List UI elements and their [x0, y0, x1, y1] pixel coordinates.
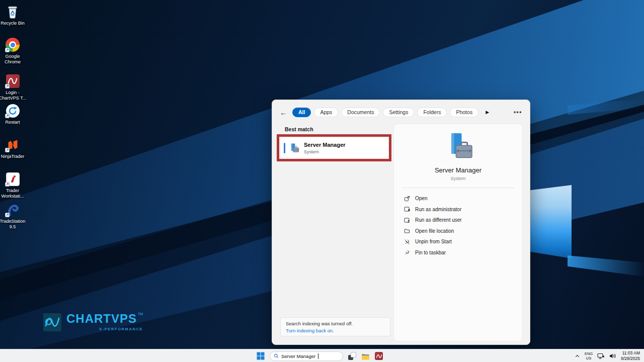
- desktop-icon-label: Google Chrome: [0, 54, 28, 65]
- tab-all[interactable]: All: [292, 108, 311, 117]
- tab-photos[interactable]: Photos: [450, 108, 478, 117]
- taskbar: Server Manager ENG US: [0, 349, 644, 362]
- restart-icon: [5, 103, 20, 118]
- action-unpin-from-start[interactable]: Unpin from Start: [394, 236, 522, 247]
- run-as-different-user-icon: [404, 217, 410, 223]
- desktop-icon-recycle-bin[interactable]: Recycle Bin: [0, 4, 28, 26]
- tab-folders[interactable]: Folders: [417, 108, 447, 117]
- action-pin-to-taskbar[interactable]: Pin to taskbar: [394, 247, 522, 258]
- language-indicator[interactable]: ENG US: [585, 351, 593, 360]
- desktop-icon-tradestation[interactable]: TradeStation 9.5: [0, 202, 28, 230]
- watermark-brand: CHARTVPS: [66, 313, 137, 325]
- tabs-overflow-icon[interactable]: ▶: [486, 110, 489, 115]
- watermark-tm: TM: [138, 312, 143, 316]
- shortcut-arrow-icon: [5, 114, 10, 118]
- preview-subtitle: System: [394, 176, 522, 181]
- desktop-icon-label: Recycle Bin: [0, 21, 28, 26]
- search-icon: [274, 353, 279, 358]
- result-subtitle: System: [304, 149, 346, 154]
- back-icon[interactable]: ←: [280, 109, 287, 116]
- run-as-administrator-icon: [404, 206, 410, 212]
- chartvps-taskbar-icon[interactable]: [375, 352, 383, 360]
- search-flyout-panel: ← All Apps Documents Settings Folders Ph…: [272, 100, 530, 345]
- clock-date: 8/28/2025: [621, 356, 640, 361]
- recycle-bin-icon: [5, 4, 20, 19]
- pin-to-taskbar-icon: [404, 249, 410, 255]
- indexing-notice-link[interactable]: Turn indexing back on.: [286, 328, 385, 333]
- desktop-icon-label: TradeStation 9.5: [0, 219, 28, 230]
- desktop-icon-trader-workstation[interactable]: Trader Workstati...: [0, 171, 28, 199]
- open-icon: [404, 196, 410, 202]
- wallpaper-window-pane-top: [530, 104, 572, 178]
- action-label: Unpin from Start: [415, 239, 452, 244]
- tab-settings[interactable]: Settings: [383, 108, 414, 117]
- shortcut-arrow-icon: [5, 213, 10, 217]
- text-cursor: [318, 353, 318, 359]
- taskbar-search-value: Server Manager: [281, 353, 315, 359]
- volume-icon[interactable]: [609, 353, 616, 359]
- tab-apps[interactable]: Apps: [314, 108, 338, 117]
- result-title: Server Manager: [304, 142, 346, 148]
- shortcut-arrow-icon: [5, 148, 10, 152]
- wallpaper-window-pane-bottom: [530, 185, 572, 258]
- server-manager-icon: [288, 143, 300, 154]
- watermark-tagline: X-PERFORMANCE: [66, 327, 143, 331]
- tray-chevron-up-icon[interactable]: [575, 353, 580, 358]
- shortcut-arrow-icon: [5, 84, 10, 88]
- result-preview-pane: Server Manager System Open Run as adm: [393, 124, 523, 341]
- action-open-file-location[interactable]: Open file location: [394, 226, 522, 237]
- divider: [402, 188, 514, 188]
- desktop-icon-label: Trader Workstati...: [0, 188, 28, 199]
- action-label: Run as administrator: [415, 207, 461, 212]
- chartvps-watermark: CHARTVPS TM X-PERFORMANCE: [43, 313, 143, 332]
- chartvps-logo-icon: [43, 313, 62, 332]
- action-label: Pin to taskbar: [415, 250, 446, 255]
- desktop-icon-restart[interactable]: Restart: [0, 103, 28, 125]
- best-match-heading: Best match: [285, 126, 313, 132]
- shortcut-arrow-icon: [5, 182, 10, 187]
- more-options-icon[interactable]: •••: [514, 109, 522, 116]
- action-open[interactable]: Open: [394, 193, 522, 204]
- chartvps-login-icon: [5, 73, 20, 88]
- desktop-icon-login-chartvps[interactable]: Login - ChartVPS T...: [0, 73, 28, 101]
- start-button-icon[interactable]: [257, 352, 265, 360]
- preview-title: Server Manager: [394, 166, 522, 174]
- ninjatrader-icon: [5, 137, 20, 152]
- search-filter-tabs: ← All Apps Documents Settings Folders Ph…: [280, 107, 522, 117]
- action-label: Open: [415, 196, 427, 201]
- server-manager-icon-large: [441, 133, 476, 161]
- desktop-icon-label: Login - ChartVPS T...: [0, 90, 28, 101]
- taskbar-search-box[interactable]: Server Manager: [270, 351, 343, 361]
- task-view-icon[interactable]: [348, 352, 356, 360]
- desktop-icon-label: NinjaTrader: [0, 154, 28, 159]
- preview-actions: Open Run as administrator Run as di: [394, 193, 522, 258]
- open-file-location-icon: [404, 228, 410, 234]
- search-result-server-manager[interactable]: Server Manager System: [281, 138, 388, 158]
- action-run-as-different-user[interactable]: Run as different user: [394, 215, 522, 226]
- trader-workstation-icon: [5, 171, 20, 187]
- action-run-as-administrator[interactable]: Run as administrator: [394, 204, 522, 215]
- tradestation-icon: [5, 202, 20, 217]
- tab-documents[interactable]: Documents: [341, 108, 380, 117]
- indexing-notice-text: Search indexing was turned off.: [286, 321, 385, 326]
- desktop-icon-label: Restart: [0, 120, 28, 125]
- action-label: Open file location: [415, 228, 454, 234]
- unpin-from-start-icon: [404, 239, 410, 245]
- action-label: Run as different user: [415, 217, 462, 223]
- screen: Recycle Bin Google Chrome Login - ChartV…: [0, 0, 644, 362]
- clock-time: 11:03 AM: [621, 350, 640, 356]
- taskbar-clock[interactable]: 11:03 AM 8/28/2025: [621, 350, 640, 361]
- result-selection-accent: [284, 143, 285, 153]
- wallpaper-light-beam: [568, 255, 644, 277]
- network-icon[interactable]: [597, 353, 605, 359]
- desktop-icon-ninjatrader[interactable]: NinjaTrader: [0, 137, 28, 159]
- desktop-icon-google-chrome[interactable]: Google Chrome: [0, 37, 28, 65]
- file-explorer-icon[interactable]: [361, 352, 370, 360]
- chrome-icon: [5, 37, 20, 52]
- indexing-notice: Search indexing was turned off. Turn ind…: [280, 317, 390, 336]
- shortcut-arrow-icon: [5, 48, 10, 52]
